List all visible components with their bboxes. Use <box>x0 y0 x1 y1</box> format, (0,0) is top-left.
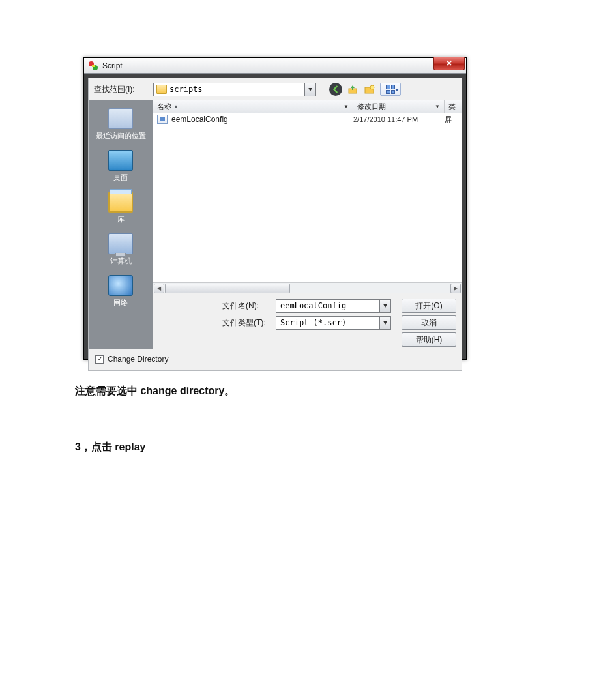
file-name: eemLocalConfig <box>171 115 353 124</box>
change-directory-label: Change Directory <box>108 355 168 364</box>
scroll-left-icon[interactable]: ◀ <box>154 284 164 293</box>
place-computer[interactable]: 计算机 <box>93 229 149 269</box>
column-label: 类 <box>448 102 456 111</box>
view-menu-button[interactable] <box>380 83 401 96</box>
filename-label: 文件名(N): <box>222 301 269 312</box>
place-network[interactable]: 网络 <box>93 271 149 310</box>
place-label: 桌面 <box>113 173 128 181</box>
column-date[interactable]: 修改日期 ▼ <box>353 100 445 113</box>
dialog-body: 查找范围(I): scripts ▼ <box>88 78 462 371</box>
column-label: 修改日期 <box>357 102 386 111</box>
column-name[interactable]: 名称 ▲ ▼ <box>153 100 353 113</box>
filetype-select[interactable]: Script (*.scr) ▼ <box>276 316 391 330</box>
help-button[interactable]: 帮助(H) <box>402 332 456 347</box>
back-icon[interactable] <box>329 83 342 96</box>
lookin-toolbar <box>329 83 401 96</box>
scroll-thumb[interactable] <box>165 284 290 293</box>
doc-note: 注意需要选中 change directory。 <box>75 385 235 398</box>
dialog-title: Script <box>102 61 123 70</box>
chevron-down-icon[interactable]: ▼ <box>379 317 390 329</box>
file-date: 2/17/2010 11:47 PM <box>353 115 445 123</box>
svg-point-5 <box>370 85 374 89</box>
filetype-value: Script (*.scr) <box>280 318 346 327</box>
dialog-titlebar[interactable]: Script ✕ <box>84 58 466 74</box>
computer-icon <box>108 233 133 254</box>
file-list[interactable]: eemLocalConfig 2/17/2010 11:47 PM 屏 <box>153 113 462 282</box>
change-directory-row: ✓ Change Directory <box>89 349 462 370</box>
lookin-label: 查找范围(I): <box>94 84 149 95</box>
desktop-icon <box>108 150 133 171</box>
column-label: 名称 <box>157 102 171 111</box>
network-icon <box>108 275 133 296</box>
places-bar: 最近访问的位置 桌面 库 计算机 网络 <box>89 100 153 349</box>
place-label: 库 <box>117 215 125 223</box>
svg-rect-2 <box>92 65 95 67</box>
close-button[interactable]: ✕ <box>433 57 465 70</box>
cancel-button[interactable]: 取消 <box>402 315 456 330</box>
file-list-header[interactable]: 名称 ▲ ▼ 修改日期 ▼ 类 <box>153 100 462 113</box>
recent-locations-icon <box>108 108 133 129</box>
filetype-label: 文件类型(T): <box>222 317 269 329</box>
column-dropdown-icon[interactable]: ▼ <box>435 104 440 110</box>
place-library[interactable]: 库 <box>93 188 149 227</box>
up-one-level-icon[interactable] <box>346 83 359 96</box>
sort-asc-icon: ▲ <box>173 104 179 110</box>
app-icon <box>88 61 98 71</box>
column-type[interactable]: 类 <box>445 100 462 113</box>
filename-input[interactable]: eemLocalConfig ▼ <box>276 299 391 313</box>
scroll-track[interactable] <box>165 284 450 293</box>
chevron-down-icon[interactable]: ▼ <box>379 300 390 312</box>
place-label: 最近访问的位置 <box>96 132 146 139</box>
file-row[interactable]: eemLocalConfig 2/17/2010 11:47 PM 屏 <box>153 113 462 125</box>
place-desktop[interactable]: 桌面 <box>93 146 149 185</box>
filename-area: 文件名(N): eemLocalConfig ▼ 打开(O) 文件类型(T): … <box>153 293 462 349</box>
doc-step-3: 3，点击 replay <box>75 441 145 454</box>
place-label: 计算机 <box>110 257 132 265</box>
chevron-down-icon[interactable]: ▼ <box>304 83 315 96</box>
place-label: 网络 <box>113 299 128 306</box>
library-icon <box>108 192 133 213</box>
column-dropdown-icon[interactable]: ▼ <box>344 104 349 110</box>
filename-value: eemLocalConfig <box>280 301 346 310</box>
file-list-pane: 名称 ▲ ▼ 修改日期 ▼ 类 eemLocalConfig <box>153 100 462 349</box>
script-open-dialog: Script ✕ 查找范围(I): scripts ▼ <box>83 57 467 360</box>
new-folder-icon[interactable] <box>363 83 376 96</box>
change-directory-checkbox[interactable]: ✓ <box>95 355 104 364</box>
lookin-combo[interactable]: scripts ▼ <box>153 83 316 96</box>
folder-icon <box>156 85 167 94</box>
place-recent[interactable]: 最近访问的位置 <box>93 104 149 143</box>
open-button[interactable]: 打开(O) <box>402 299 456 313</box>
file-type: 屏 <box>445 115 458 125</box>
horizontal-scrollbar[interactable]: ◀ ▶ <box>153 282 462 293</box>
lookin-row: 查找范围(I): scripts ▼ <box>89 78 462 100</box>
scroll-right-icon[interactable]: ▶ <box>450 284 461 293</box>
file-browser: 最近访问的位置 桌面 库 计算机 网络 <box>89 100 462 349</box>
lookin-value: scripts <box>169 85 203 94</box>
script-file-icon <box>157 115 168 124</box>
